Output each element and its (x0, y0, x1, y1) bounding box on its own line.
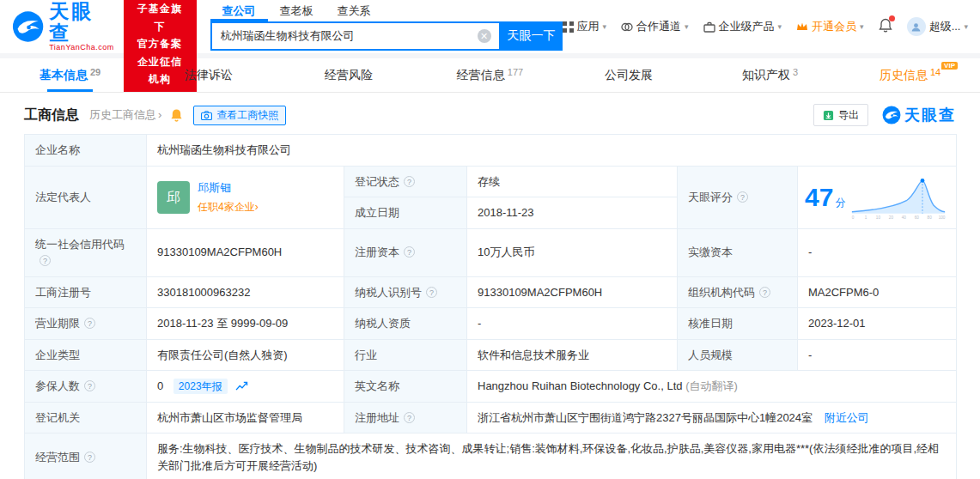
help-icon[interactable]: ? (84, 318, 95, 329)
field-label-registration-authority: 登记机关 (25, 402, 147, 434)
search-input[interactable] (212, 30, 478, 43)
search-tab-relation[interactable]: 查关系 (326, 3, 383, 21)
person-icon (910, 21, 922, 33)
menu-enterprise-product[interactable]: 企业级产品 ▾ (703, 19, 782, 34)
auto-translate-note: (自动翻译) (685, 379, 738, 392)
nearby-companies-link[interactable]: 附近公司 (825, 411, 869, 424)
field-label-english-name: 英文名称 (344, 371, 467, 403)
help-icon[interactable]: ? (404, 246, 415, 258)
section-title: 工商信息 (24, 106, 79, 124)
user-avatar (907, 17, 926, 36)
tab-company-development[interactable]: 公司发展 (560, 58, 700, 92)
score-unit: 分 (835, 197, 845, 209)
logo-domain: TianYanCha.com (49, 44, 114, 52)
help-icon[interactable]: ? (84, 452, 95, 463)
table-row: 登记机关 杭州市萧山区市场监督管理局 注册地址? 浙江省杭州市萧山区宁围街道鸿宁… (25, 402, 957, 434)
table-row: 企业名称 杭州瑞函生物科技有限公司 (25, 135, 957, 167)
field-label-uscc: 统一社会信用代码? (25, 228, 147, 276)
export-button-label: 导出 (838, 108, 859, 123)
tab-operation-risk[interactable]: 经营风险 (280, 58, 420, 92)
tab-legal-litigation[interactable]: 法律诉讼 (140, 58, 280, 92)
svg-text:1: 1 (865, 215, 867, 220)
notifications-bell[interactable] (879, 18, 892, 35)
help-icon[interactable]: ? (737, 191, 748, 203)
menu-apps[interactable]: 应用 ▾ (563, 19, 607, 34)
badge-line1: 国家中小企业发展子基金旗下 (132, 0, 188, 35)
annual-report-tag[interactable]: 2023年报 (173, 379, 228, 394)
table-row: 统一社会信用代码? 91330109MA2CFPM60H 注册资本? 10万人民… (25, 228, 957, 276)
tab-intellectual-property[interactable]: 知识产权3 (700, 58, 840, 92)
export-button[interactable]: 导出 (813, 104, 868, 126)
chevron-down-icon: ▾ (964, 22, 968, 31)
svg-text:100: 100 (939, 215, 946, 220)
tab-basic-info[interactable]: 基本信息29 (0, 58, 140, 92)
table-row: 法定代表人 邱 邱斯钿 任职4家企业› 登记状态? 存续 天眼评分? 47分 (25, 166, 957, 197)
tianyancha-eye-icon (12, 10, 44, 43)
field-label-approve-date: 核准日期 (678, 308, 798, 340)
svg-text:10: 10 (876, 215, 881, 220)
field-label-paid-capital: 实缴资本 (678, 228, 798, 276)
tab-count: 3 (793, 67, 798, 77)
legal-rep-avatar[interactable]: 邱 (157, 181, 190, 214)
chevron-right-icon: › (158, 108, 161, 121)
help-icon[interactable]: ? (404, 412, 415, 423)
menu-cooperation[interactable]: 合作通道 ▾ (621, 19, 689, 34)
history-link-label: 历史工商信息 (89, 108, 156, 121)
field-label-company-name: 企业名称 (25, 135, 147, 167)
field-label-org-code: 组织机构代码? (678, 276, 798, 308)
english-name: Hangzhou Ruihan Biotechnology Co., Ltd (478, 379, 683, 392)
tab-label: 基本信息 (40, 68, 88, 83)
menu-cooperation-label: 合作通道 (636, 19, 681, 34)
menu-vip-label: 开通会员 (812, 19, 856, 34)
help-icon[interactable]: ? (84, 380, 95, 391)
help-icon[interactable]: ? (426, 287, 437, 298)
vip-crown-icon (796, 21, 808, 32)
tianyancha-eye-icon (882, 106, 901, 124)
score-distribution-chart: 0 1 10 20 40 60 80 100 (850, 174, 947, 221)
search-area: 查公司 查老板 查关系 ✕ 天眼一下 (210, 3, 563, 51)
field-label-legal-rep: 法定代表人 (25, 166, 147, 228)
history-business-info-link[interactable]: 历史工商信息› (89, 107, 161, 123)
trend-chart-icon[interactable] (235, 381, 248, 391)
export-icon (823, 110, 834, 121)
chevron-right-icon: › (255, 201, 259, 213)
tab-count: 177 (508, 67, 523, 77)
field-value-score[interactable]: 47分 0 1 10 20 40 60 80 100 (798, 166, 957, 228)
chevron-down-icon: ▾ (860, 22, 864, 31)
grid-icon (563, 21, 574, 33)
search-tab-boss[interactable]: 查老板 (268, 3, 326, 21)
legal-rep-jobs-link[interactable]: 任职4家企业› (198, 199, 259, 215)
camera-icon (201, 111, 212, 120)
legal-rep-name-link[interactable]: 邱斯钿 (198, 179, 259, 197)
tab-label: 经营风险 (325, 68, 373, 83)
menu-apps-label: 应用 (577, 19, 600, 34)
monitor-bell-icon[interactable] (170, 108, 183, 122)
tianyancha-logo[interactable]: 天眼查 TianYanCha.com (12, 1, 115, 52)
view-snapshot-button[interactable]: 查看工商快照 (193, 106, 286, 125)
clear-search-icon[interactable]: ✕ (478, 29, 491, 43)
field-value-insured-count: 0 2023年报 (147, 371, 344, 403)
tab-history-info[interactable]: 历史信息14 VIP (840, 58, 980, 92)
help-icon[interactable]: ? (759, 287, 770, 298)
help-icon[interactable]: ? (404, 176, 415, 187)
chevron-down-icon: ▾ (685, 22, 689, 31)
field-value-registered-address: 浙江省杭州市萧山区宁围街道鸿宁路2327号丽晶国际中心1幢2024室 附近公司 (467, 402, 957, 434)
field-label-reg-no: 工商注册号 (25, 276, 147, 308)
help-icon[interactable]: ? (40, 255, 51, 266)
user-account[interactable]: 超级... ▾ (907, 17, 968, 36)
search-tab-company[interactable]: 查公司 (210, 3, 268, 21)
table-row: 营业期限? 2018-11-23 至 9999-09-09 纳税人资质 - 核准… (25, 308, 957, 340)
cooperation-icon (621, 21, 633, 33)
tab-business-info[interactable]: 经营信息177 (420, 58, 560, 92)
field-label-reg-capital: 注册资本? (344, 228, 467, 276)
menu-open-vip[interactable]: 开通会员 ▾ (796, 19, 864, 34)
top-header: 天眼查 TianYanCha.com 国家中小企业发展子基金旗下 官方备案企业征… (0, 0, 980, 53)
tab-label: 知识产权 (742, 68, 790, 83)
field-label-company-type: 企业类型 (25, 339, 147, 371)
field-value-industry: 软件和信息技术服务业 (467, 339, 678, 371)
field-label-tax-qualification: 纳税人资质 (344, 308, 467, 340)
field-value-paid-capital: - (798, 228, 957, 276)
search-tabs: 查公司 查老板 查关系 (210, 3, 563, 21)
field-value-company-name: 杭州瑞函生物科技有限公司 (147, 135, 957, 167)
search-button[interactable]: 天眼一下 (501, 21, 563, 51)
